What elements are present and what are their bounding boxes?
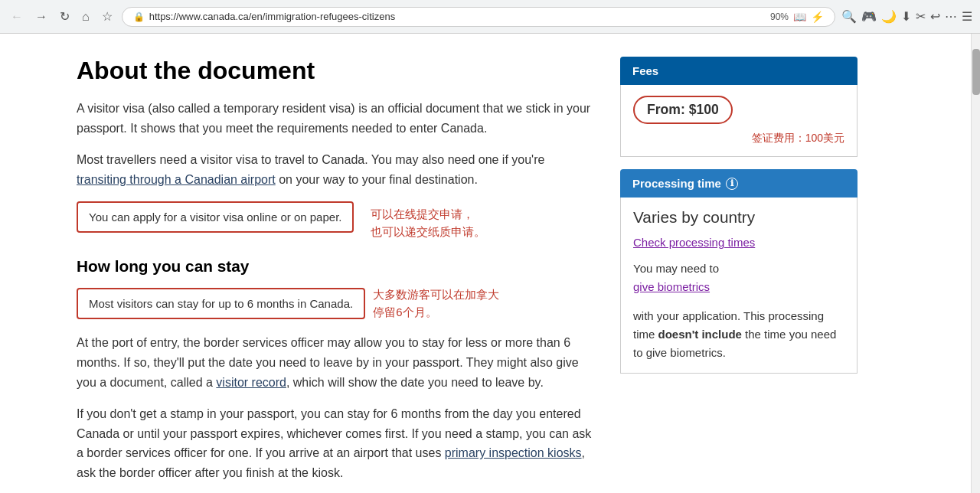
reload-button[interactable]: ↻: [57, 8, 73, 25]
more-menu-icon[interactable]: ⋯: [945, 9, 957, 24]
fees-from-text: From: $100: [647, 102, 719, 118]
lock-icon: 🔒: [133, 11, 145, 22]
url-text: https://www.canada.ca/en/immigration-ref…: [149, 11, 766, 22]
stay-annotation: 大多数游客可以在加拿大 停留6个月。: [373, 286, 499, 321]
gamepad-icon[interactable]: 🎮: [861, 9, 877, 24]
fees-label: Fees: [632, 64, 658, 77]
intro-p2-start: Most travellers need a visitor visa to t…: [77, 153, 544, 166]
home-button[interactable]: ⌂: [79, 8, 93, 25]
menu-icon[interactable]: ☰: [962, 9, 972, 24]
stay-row: Most visitors can stay for up to 6 month…: [77, 286, 597, 321]
fees-annotation: 签证费用：100美元: [633, 132, 844, 145]
browser-actions: 🔍 🎮 🌙 ⬇ ✂ ↩ ⋯ ☰: [841, 9, 972, 24]
scrollbar[interactable]: [971, 34, 980, 493]
how-long-title: How long you can stay: [77, 257, 597, 276]
apply-annotation: 可以在线提交申请， 也可以递交纸质申请。: [371, 206, 485, 240]
address-bar[interactable]: 🔒 https://www.canada.ca/en/immigration-r…: [122, 7, 835, 27]
search-icon[interactable]: 🔍: [841, 9, 857, 24]
doesnt-include-bold: doesn't include: [658, 328, 742, 341]
fees-circle: From: $100: [633, 96, 733, 124]
page-title: About the document: [77, 57, 597, 85]
biometrics-text-start: You may need to: [633, 262, 719, 275]
fees-header: Fees: [620, 57, 858, 85]
stay-box-text: Most visitors can stay for up to 6 month…: [89, 297, 353, 310]
processing-header: Processing time ℹ: [620, 169, 858, 198]
page-wrapper: About the document A visitor visa (also …: [0, 34, 980, 493]
port-entry-text-end: , which will show the date you need to l…: [286, 376, 544, 389]
apply-box: You can apply for a visitor visa online …: [77, 201, 354, 233]
scissors-icon[interactable]: ✂: [916, 9, 926, 24]
transiting-link[interactable]: transiting through a Canadian airport: [77, 173, 276, 186]
extensions-icon[interactable]: ⚡: [811, 11, 824, 23]
visitor-record-link[interactable]: visitor record: [216, 376, 286, 389]
biometrics-paragraph: You may need to give biometrics with you…: [633, 260, 844, 362]
browser-chrome: ← → ↻ ⌂ ☆ 🔒 https://www.canada.ca/en/imm…: [0, 0, 980, 34]
main-content: About the document A visitor visa (also …: [77, 57, 597, 493]
apply-box-text: You can apply for a visitor visa online …: [89, 211, 341, 224]
bookmark-page-button[interactable]: ☆: [99, 8, 116, 25]
intro-p2-end: on your way to your final destination.: [276, 173, 478, 186]
scrollbar-thumb[interactable]: [972, 49, 980, 95]
stay-box: Most visitors can stay for up to 6 month…: [77, 288, 365, 319]
give-biometrics-link[interactable]: give biometrics: [633, 278, 844, 296]
stamp-paragraph: If you don't get a stamp in your passpor…: [77, 404, 597, 482]
reader-icon[interactable]: 📖: [793, 11, 806, 23]
download-icon[interactable]: ⬇: [901, 9, 911, 24]
processing-content: Varies by country Check processing times…: [620, 198, 858, 374]
intro-paragraph-1: A visitor visa (also called a temporary …: [77, 99, 597, 138]
back-button[interactable]: ←: [8, 8, 26, 25]
zoom-level[interactable]: 90%: [770, 11, 789, 22]
varies-text: Varies by country: [633, 208, 844, 227]
forward-button[interactable]: →: [32, 8, 51, 25]
intro-paragraph-2: Most travellers need a visitor visa to t…: [77, 150, 597, 189]
check-processing-link[interactable]: Check processing times: [633, 236, 844, 249]
undo-icon[interactable]: ↩: [930, 9, 940, 24]
port-entry-paragraph: At the port of entry, the border service…: [77, 333, 597, 392]
processing-label: Processing time: [632, 177, 721, 190]
fees-content: From: $100 签证费用：100美元: [620, 85, 858, 157]
apply-row: You can apply for a visitor visa online …: [77, 201, 597, 245]
moon-icon[interactable]: 🌙: [881, 9, 897, 24]
sidebar: Fees From: $100 签证费用：100美元 Processing ti…: [620, 57, 858, 493]
processing-info-icon[interactable]: ℹ: [726, 178, 738, 190]
primary-kiosks-link[interactable]: primary inspection kiosks: [445, 446, 582, 459]
